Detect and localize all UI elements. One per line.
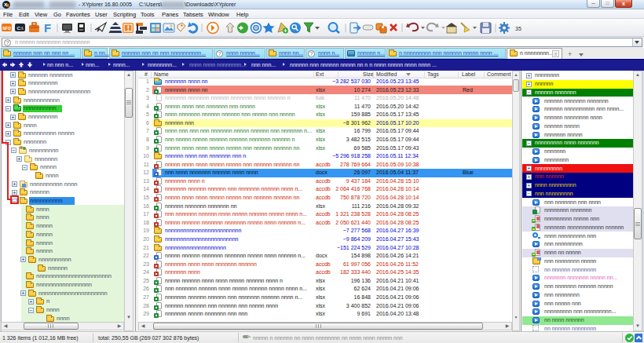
svg-text:C:\: C:\ <box>17 26 24 31</box>
svg-text:NFO: NFO <box>2 26 11 31</box>
svg-text:35: 35 <box>515 26 521 31</box>
svg-text:F: F <box>44 21 51 35</box>
